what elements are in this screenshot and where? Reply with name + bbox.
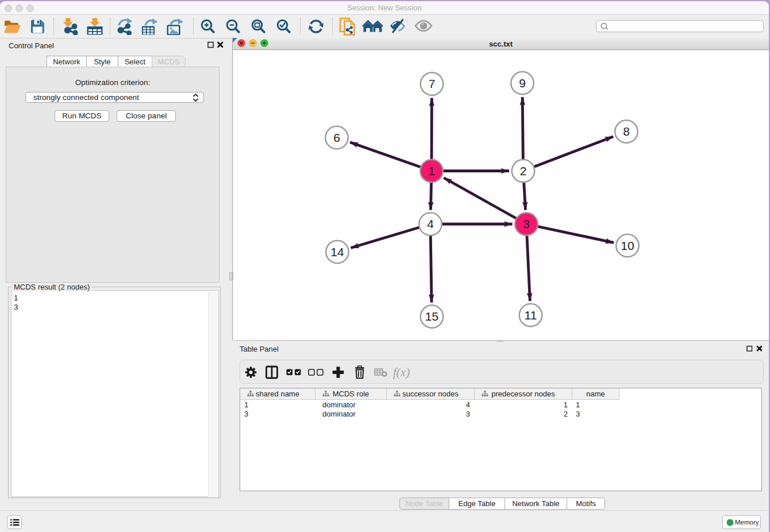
svg-text:11: 11 [525, 309, 537, 322]
svg-text:9: 9 [519, 76, 526, 90]
svg-text:7: 7 [429, 77, 436, 90]
svg-text:10: 10 [621, 239, 634, 252]
svg-text:6: 6 [333, 131, 340, 144]
svg-text:f(x): f(x) [393, 365, 410, 379]
svg-text:8: 8 [623, 125, 630, 138]
svg-text:15: 15 [425, 310, 438, 323]
svg-text:2: 2 [520, 164, 527, 178]
svg-text:3: 3 [523, 217, 530, 230]
svg-text:4: 4 [427, 217, 434, 230]
svg-text:14: 14 [330, 245, 344, 259]
svg-text:1: 1 [428, 164, 435, 178]
